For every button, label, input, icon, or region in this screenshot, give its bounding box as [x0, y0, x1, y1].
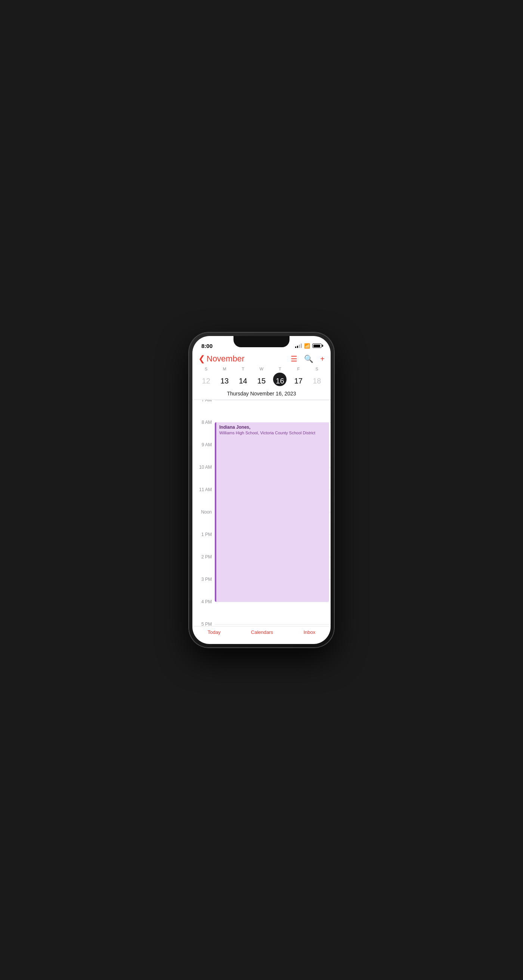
- time-label-2pm: 2 PM: [192, 555, 215, 559]
- time-label-7am: 7 AM: [192, 400, 215, 402]
- day-18[interactable]: 18: [310, 373, 324, 386]
- day-15[interactable]: 15: [255, 373, 268, 386]
- day-letter-sat: S: [308, 367, 326, 371]
- time-label-8am: 8 AM: [192, 420, 215, 425]
- time-row-7am: 7 AM: [192, 400, 331, 422]
- day-letter-wed: W: [252, 367, 270, 371]
- header-left: ❮ November: [199, 354, 244, 364]
- week-calendar: S M T W T F S 12 13 14 15 16 17 18: [192, 367, 331, 389]
- day-letter-sun: S: [197, 367, 215, 371]
- selected-date-label: Thursday November 16, 2023: [192, 389, 331, 400]
- back-button[interactable]: ❮: [199, 355, 205, 363]
- notch: [234, 336, 289, 347]
- time-label-5pm: 5 PM: [192, 622, 215, 626]
- event-title: Indiana Jones,: [219, 425, 326, 430]
- phone-screen: 8:00 📶 ❮ November ☰ �: [192, 336, 331, 644]
- status-icons: 📶: [295, 343, 322, 349]
- app-header: ❮ November ☰ 🔍 +: [192, 352, 331, 367]
- time-grid[interactable]: Indiana Jones, Williams High School, Vic…: [192, 400, 331, 626]
- month-title[interactable]: November: [207, 354, 244, 364]
- time-label-11am: 11 AM: [192, 487, 215, 492]
- day-13[interactable]: 13: [218, 373, 231, 386]
- time-line-5pm: [215, 624, 331, 625]
- event-block[interactable]: Indiana Jones, Williams High School, Vic…: [215, 422, 329, 602]
- app-content: ❮ November ☰ 🔍 + S M T W T F S: [192, 352, 331, 644]
- day-14[interactable]: 14: [237, 373, 250, 386]
- tab-bar: Today Calendars Inbox: [192, 626, 331, 644]
- list-icon[interactable]: ☰: [291, 354, 297, 363]
- day-12[interactable]: 12: [199, 373, 213, 386]
- time-label-9am: 9 AM: [192, 442, 215, 447]
- time-label-3pm: 3 PM: [192, 577, 215, 582]
- event-subtitle: Williams High School, Victoria County Sc…: [219, 431, 326, 435]
- tab-today[interactable]: Today: [208, 629, 221, 635]
- tab-calendars[interactable]: Calendars: [251, 629, 273, 635]
- time-rows: Indiana Jones, Williams High School, Vic…: [192, 400, 331, 626]
- time-line-4pm: [215, 602, 331, 602]
- day-letter-fri: F: [289, 367, 307, 371]
- time-line-7am: [215, 400, 331, 400]
- day-headers: S M T W T F S: [197, 367, 326, 371]
- tab-inbox[interactable]: Inbox: [304, 629, 315, 635]
- time-label-4pm: 4 PM: [192, 600, 215, 604]
- day-16-today[interactable]: 16: [273, 373, 286, 386]
- status-time: 8:00: [201, 343, 213, 349]
- header-right: ☰ 🔍 +: [291, 354, 324, 363]
- signal-icon: [295, 344, 302, 348]
- day-17[interactable]: 17: [292, 373, 305, 386]
- wifi-icon: 📶: [304, 343, 310, 349]
- day-letter-tue: T: [234, 367, 252, 371]
- phone-frame: 8:00 📶 ❮ November ☰ �: [189, 332, 334, 648]
- day-letter-thu: T: [271, 367, 289, 371]
- battery-icon: [312, 344, 322, 348]
- time-label-1pm: 1 PM: [192, 532, 215, 537]
- time-row-4pm: 4 PM: [192, 602, 331, 624]
- time-label-noon: Noon: [192, 510, 215, 514]
- time-label-10am: 10 AM: [192, 465, 215, 469]
- day-numbers: 12 13 14 15 16 17 18: [197, 373, 326, 386]
- day-letter-mon: M: [215, 367, 234, 371]
- time-row-5pm: 5 PM: [192, 624, 331, 626]
- search-icon[interactable]: 🔍: [304, 354, 313, 363]
- add-icon[interactable]: +: [320, 355, 324, 363]
